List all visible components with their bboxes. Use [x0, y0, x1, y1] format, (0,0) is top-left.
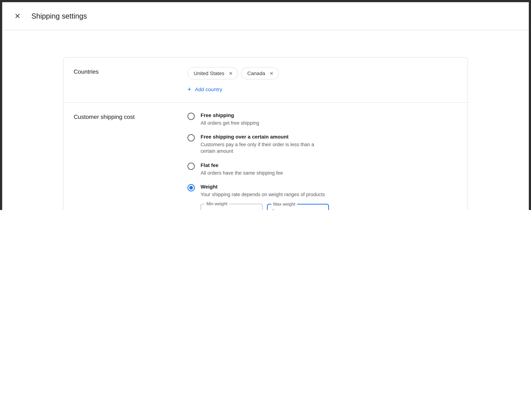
min-weight-field[interactable]: Min weight 0 lb [201, 204, 263, 210]
chip-label: United States [194, 70, 224, 76]
page-title: Shipping settings [31, 12, 87, 20]
shipping-cost-options: Free shipping All orders get free shippi… [187, 112, 330, 210]
option-title: Flat fee [201, 162, 283, 168]
shipping-cost-label: Customer shipping cost [74, 112, 187, 210]
close-icon[interactable]: ✕ [11, 10, 24, 23]
option-description: All orders get free shipping [201, 120, 259, 126]
option-description: All orders have the same shipping fee [201, 170, 283, 176]
option-title: Free shipping over a certain amount [201, 134, 330, 140]
text-caret [273, 209, 273, 210]
radio-free-shipping[interactable] [187, 113, 195, 120]
option-title: Weight [201, 184, 329, 190]
dialog-header: ✕ Shipping settings [2, 2, 529, 30]
shipping-cost-section: Customer shipping cost Free shipping All… [63, 103, 468, 210]
countries-label: Countries [74, 67, 187, 93]
remove-country-icon[interactable]: ✕ [270, 71, 273, 76]
country-chips: United States ✕ Canada ✕ [187, 67, 279, 79]
country-chip-canada: Canada ✕ [241, 67, 279, 79]
option-free-shipping[interactable]: Free shipping All orders get free shippi… [187, 112, 330, 126]
countries-section: Countries United States ✕ Canada ✕ + Add… [63, 58, 468, 103]
countries-content: United States ✕ Canada ✕ + Add country [187, 67, 279, 93]
weight-fields: Min weight 0 lb Max weight lb [201, 204, 329, 210]
settings-card: Countries United States ✕ Canada ✕ + Add… [63, 57, 468, 210]
chip-label: Canada [247, 70, 265, 76]
option-weight[interactable]: Weight Your shipping rate depends on wei… [187, 184, 330, 210]
radio-weight[interactable] [187, 184, 195, 191]
remove-country-icon[interactable]: ✕ [229, 71, 233, 76]
min-weight-label: Min weight [205, 201, 229, 207]
option-title: Free shipping [201, 112, 259, 118]
plus-icon: + [187, 86, 191, 93]
option-description: Customers pay a fee only if their order … [201, 141, 330, 155]
option-free-shipping-over-amount[interactable]: Free shipping over a certain amount Cust… [187, 134, 330, 155]
radio-free-shipping-over-amount[interactable] [187, 134, 195, 141]
country-chip-united-states: United States ✕ [187, 67, 238, 79]
option-flat-fee[interactable]: Flat fee All orders have the same shippi… [187, 162, 330, 176]
option-description: Your shipping rate depends on weight ran… [201, 191, 329, 198]
add-country-link[interactable]: + Add country [187, 86, 222, 93]
add-country-label: Add country [195, 86, 222, 92]
radio-flat-fee[interactable] [187, 163, 195, 170]
max-weight-field[interactable]: Max weight lb [267, 204, 329, 210]
shipping-settings-dialog: ✕ Shipping settings Countries United Sta… [0, 0, 531, 210]
max-weight-label: Max weight [271, 202, 297, 207]
